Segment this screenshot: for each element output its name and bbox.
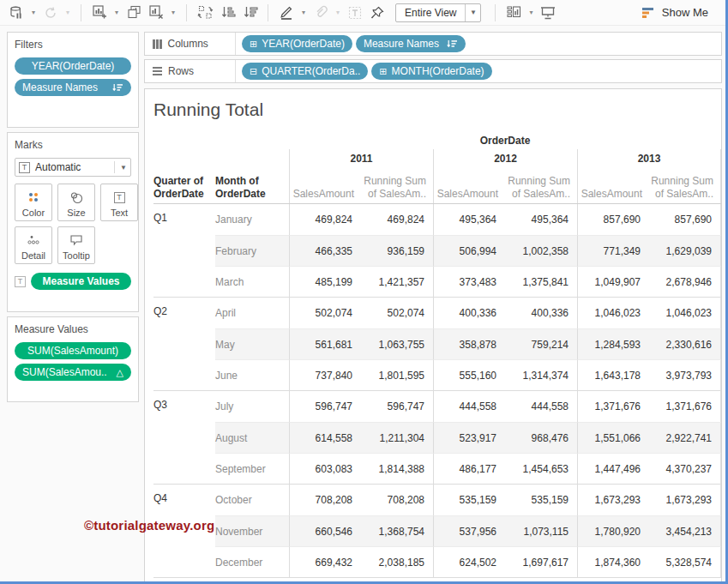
mv-pill-running-sum[interactable]: SUM(SalesAmou.. △ <box>15 364 131 381</box>
value-cell[interactable]: 495,364 <box>433 204 505 235</box>
value-cell[interactable]: 669,432 <box>289 546 361 577</box>
value-cell[interactable]: 1,211,304 <box>361 422 433 453</box>
value-cell[interactable]: 535,159 <box>433 485 505 515</box>
value-cell[interactable]: 485,199 <box>289 266 361 297</box>
value-cell[interactable]: 968,476 <box>505 422 577 453</box>
value-cell[interactable]: 1,063,755 <box>361 328 433 359</box>
value-cell[interactable]: 523,917 <box>433 422 505 453</box>
month-label[interactable]: December <box>215 546 289 577</box>
row-header-month[interactable]: Month of OrderDate <box>215 167 289 203</box>
show-hide-cards-icon[interactable] <box>504 3 523 22</box>
swap-rows-columns-icon[interactable] <box>196 3 214 22</box>
quarter-label[interactable]: Q4 <box>153 485 215 515</box>
measure-header[interactable]: SalesAmount <box>433 167 505 203</box>
month-label[interactable]: January <box>215 204 289 235</box>
year-header[interactable]: 2011 <box>289 149 433 167</box>
value-cell[interactable]: 1,447,496 <box>577 453 649 484</box>
highlight-caret[interactable]: ▾ <box>299 9 308 16</box>
value-cell[interactable]: 1,697,617 <box>505 546 577 577</box>
value-cell[interactable]: 771,349 <box>577 235 649 266</box>
measure-header[interactable]: Running Sum of SalesAm.. <box>649 167 721 203</box>
value-cell[interactable]: 506,994 <box>433 235 505 266</box>
value-cell[interactable]: 2,678,946 <box>649 266 721 297</box>
columns-pill-year-orderdate[interactable]: ⊞ YEAR(OrderDate) <box>242 35 352 52</box>
quarter-label[interactable]: Q3 <box>153 391 215 422</box>
value-cell[interactable]: 1,454,653 <box>505 453 577 484</box>
value-cell[interactable]: 614,558 <box>289 422 361 453</box>
value-cell[interactable]: 1,643,178 <box>577 359 649 390</box>
sort-ascending-icon[interactable] <box>218 3 237 22</box>
show-me-button[interactable]: Show Me <box>642 6 719 19</box>
refresh-caret[interactable]: ▾ <box>63 9 72 16</box>
value-cell[interactable]: 469,824 <box>289 204 361 235</box>
value-cell[interactable]: 737,840 <box>289 359 361 390</box>
value-cell[interactable]: 1,780,920 <box>577 515 649 546</box>
value-cell[interactable]: 1,801,595 <box>361 359 433 390</box>
value-cell[interactable]: 4,370,237 <box>649 453 721 484</box>
format-painter-icon[interactable] <box>311 3 330 22</box>
value-cell[interactable]: 1,046,023 <box>649 298 721 328</box>
rows-pill-month-orderdate[interactable]: ⊞ MONTH(OrderDate) <box>371 63 491 80</box>
value-cell[interactable]: 1,284,593 <box>577 328 649 359</box>
duplicate-sheet-icon[interactable] <box>124 3 143 22</box>
presentation-mode-icon[interactable] <box>538 3 557 22</box>
value-cell[interactable]: 1,421,357 <box>361 266 433 297</box>
month-label[interactable]: July <box>215 391 289 422</box>
value-cell[interactable]: 1,046,023 <box>577 298 649 328</box>
month-label[interactable]: February <box>215 235 289 266</box>
measure-values-pill[interactable]: Measure Values <box>31 273 131 290</box>
refresh-icon[interactable] <box>41 3 60 22</box>
month-label[interactable]: October <box>215 485 289 515</box>
value-cell[interactable]: 400,336 <box>433 298 505 328</box>
month-label[interactable]: November <box>215 515 289 546</box>
value-cell[interactable]: 444,558 <box>433 391 505 422</box>
columns-pill-measure-names[interactable]: Measure Names <box>356 35 466 52</box>
value-cell[interactable]: 603,083 <box>289 453 361 484</box>
value-cell[interactable]: 857,690 <box>577 204 649 235</box>
quarter-label[interactable] <box>153 328 215 359</box>
value-cell[interactable]: 373,483 <box>433 266 505 297</box>
value-cell[interactable]: 3,973,793 <box>649 359 721 390</box>
value-cell[interactable]: 1,049,907 <box>577 266 649 297</box>
value-cell[interactable]: 502,074 <box>289 298 361 328</box>
quarter-label[interactable] <box>153 235 215 266</box>
month-label[interactable]: March <box>215 266 289 297</box>
clear-sheet-icon[interactable] <box>147 3 165 22</box>
text-label-icon[interactable] <box>346 3 364 22</box>
value-cell[interactable]: 469,824 <box>361 204 433 235</box>
new-worksheet-icon[interactable] <box>90 3 109 22</box>
year-header[interactable]: 2012 <box>433 149 577 167</box>
value-cell[interactable]: 1,673,293 <box>649 485 721 515</box>
value-cell[interactable]: 596,747 <box>289 391 361 422</box>
measure-header[interactable]: SalesAmount <box>289 167 361 203</box>
filter-pill-measure-names[interactable]: Measure Names <box>15 79 131 96</box>
mark-type-dropdown[interactable]: T Automatic ▼ <box>15 158 131 177</box>
value-cell[interactable]: 1,073,115 <box>505 515 577 546</box>
value-cell[interactable]: 555,160 <box>433 359 505 390</box>
quarter-label[interactable]: Q2 <box>153 298 215 328</box>
value-cell[interactable]: 708,208 <box>289 485 361 515</box>
quarter-label[interactable] <box>153 453 215 484</box>
value-cell[interactable]: 2,330,616 <box>649 328 721 359</box>
text-button[interactable]: T Text <box>100 184 138 221</box>
value-cell[interactable]: 1,874,360 <box>577 546 649 577</box>
value-cell[interactable]: 1,368,754 <box>361 515 433 546</box>
tooltip-button[interactable]: Tooltip <box>57 226 95 264</box>
quarter-label[interactable]: Q1 <box>153 204 215 235</box>
value-cell[interactable]: 358,878 <box>433 328 505 359</box>
value-cell[interactable]: 759,214 <box>505 328 577 359</box>
month-label[interactable]: April <box>215 298 289 328</box>
value-cell[interactable]: 502,074 <box>361 298 433 328</box>
measure-header[interactable]: Running Sum of SalesAm.. <box>361 167 433 203</box>
value-cell[interactable]: 495,364 <box>505 204 577 235</box>
value-cell[interactable]: 486,177 <box>433 453 505 484</box>
value-cell[interactable]: 561,681 <box>289 328 361 359</box>
value-cell[interactable]: 660,546 <box>289 515 361 546</box>
quarter-label[interactable] <box>153 422 215 453</box>
value-cell[interactable]: 1,371,676 <box>577 391 649 422</box>
format-painter-caret[interactable]: ▾ <box>334 9 342 16</box>
value-cell[interactable]: 1,375,841 <box>505 266 577 297</box>
fit-selector[interactable]: Entire View ▼ <box>395 3 481 22</box>
month-label[interactable]: May <box>215 328 289 359</box>
value-cell[interactable]: 857,690 <box>649 204 721 235</box>
